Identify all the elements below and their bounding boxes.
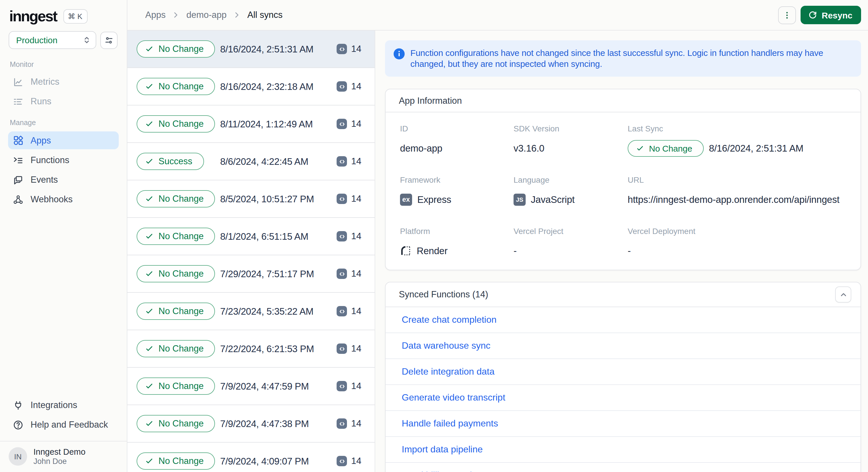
field-last-sync: Last Sync No Change 8/16/2024, 2:51:31 A…	[628, 124, 847, 157]
status-badge: No Change	[136, 228, 215, 245]
sidebar-item-integrations[interactable]: Integrations	[8, 397, 119, 414]
sidebar-item-runs[interactable]: Runs	[8, 93, 119, 110]
app-information-card: App Information ID demo-app SDK Version …	[385, 89, 861, 270]
sync-list-item[interactable]: No Change 8/5/2024, 10:51:27 PM 14	[127, 180, 375, 218]
command-k-shortcut[interactable]: ⌘ K	[63, 9, 88, 23]
sync-timestamp: 8/5/2024, 10:51:27 PM	[220, 193, 314, 204]
environment-settings-button[interactable]	[100, 31, 118, 49]
card-title: App Information	[399, 95, 462, 106]
function-count: 14	[337, 269, 361, 279]
app-information-grid: ID demo-app SDK Version v3.16.0 Last Syn…	[385, 113, 861, 270]
sidebar-item-events[interactable]: Events	[8, 171, 119, 188]
environment-select[interactable]: Production	[9, 31, 96, 49]
sync-timestamp: 8/16/2024, 2:32:18 AM	[220, 81, 314, 92]
logo-row: inngest ⌘ K	[0, 0, 127, 26]
content: No Change 8/16/2024, 2:51:31 AM 14 No Ch…	[127, 31, 868, 472]
sync-detail-pane: Function configurations have not changed…	[375, 31, 868, 472]
sync-list-item[interactable]: No Change 8/1/2024, 6:51:15 AM 14	[127, 218, 375, 255]
app-information-header: App Information	[385, 89, 861, 113]
sliders-icon	[104, 35, 114, 45]
check-icon	[145, 120, 153, 128]
check-icon	[145, 45, 153, 53]
environment-row: Production	[0, 26, 127, 49]
sync-list-item[interactable]: No Change 7/9/2024, 4:47:38 PM 14	[127, 405, 375, 443]
code-icon	[337, 456, 347, 466]
status-badge: No Change	[136, 415, 215, 432]
check-icon	[145, 270, 153, 278]
inngest-logo: inngest	[9, 9, 57, 24]
function-count: 14	[337, 381, 361, 391]
account-menu[interactable]: IN Inngest Demo John Doe	[0, 441, 127, 472]
function-link[interactable]: Handle failed payments	[402, 418, 498, 429]
function-link[interactable]: Delete integration data	[402, 367, 495, 377]
sidebar-item-label: Runs	[31, 96, 51, 106]
check-icon	[145, 83, 153, 91]
chevron-updown-icon	[83, 36, 91, 44]
function-count: 14	[337, 156, 361, 166]
sidebar-item-label: Help and Feedback	[31, 419, 108, 430]
breadcrumb-apps[interactable]: Apps	[145, 10, 166, 20]
sync-list-item[interactable]: No Change 7/9/2024, 4:09:07 PM 14	[127, 443, 375, 472]
status-badge: No Change	[136, 452, 215, 470]
code-icon	[337, 418, 347, 429]
status-badge: No Change	[136, 377, 215, 395]
sidebar-item-webhooks[interactable]: Webhooks	[8, 191, 119, 208]
check-icon	[145, 307, 153, 315]
code-icon	[337, 194, 347, 204]
function-list-item[interactable]: Data warehouse sync	[385, 333, 861, 359]
sidebar-item-apps[interactable]: Apps	[8, 131, 119, 149]
function-list-item[interactable]: Import data pipeline	[385, 437, 861, 463]
sidebar-item-functions[interactable]: Functions	[8, 152, 119, 169]
function-link[interactable]: Import data pipeline	[402, 444, 483, 455]
sync-list-item[interactable]: No Change 7/29/2024, 7:51:17 PM 14	[127, 255, 375, 293]
sidebar-item-help[interactable]: Help and Feedback	[8, 416, 119, 433]
more-options-button[interactable]	[778, 6, 796, 24]
check-icon	[145, 232, 153, 240]
sync-timestamp: 7/9/2024, 4:47:59 PM	[220, 381, 309, 391]
function-list-item[interactable]: Handle failed payments	[385, 411, 861, 437]
kebab-icon	[782, 11, 791, 19]
sidebar-item-label: Integrations	[31, 400, 77, 410]
function-count: 14	[337, 306, 361, 316]
status-badge: No Change	[136, 265, 215, 282]
sync-list-item[interactable]: No Change 8/16/2024, 2:51:31 AM 14	[127, 31, 375, 68]
sync-list-item[interactable]: No Change 7/22/2024, 6:21:53 PM 14	[127, 330, 375, 368]
sync-timestamp: 7/23/2024, 5:35:22 AM	[220, 306, 314, 317]
status-badge: No Change	[136, 190, 215, 208]
apps-icon	[13, 135, 24, 146]
function-count: 14	[337, 418, 361, 429]
function-list-item[interactable]: Generate video transcript	[385, 385, 861, 411]
sync-timestamp: 7/9/2024, 4:47:38 PM	[220, 418, 309, 429]
sidebar-item-metrics[interactable]: Metrics	[8, 73, 119, 91]
function-link[interactable]: Send billing receipt	[402, 470, 479, 472]
function-link[interactable]: Create chat completion	[402, 315, 497, 325]
sync-list-item[interactable]: No Change 7/23/2024, 5:35:22 AM 14	[127, 293, 375, 330]
function-link[interactable]: Generate video transcript	[402, 392, 505, 403]
sync-timestamp: 7/29/2024, 7:51:17 PM	[220, 268, 314, 279]
code-icon	[337, 381, 347, 391]
chevron-right-icon	[233, 11, 241, 19]
function-list-item[interactable]: Delete integration data	[385, 359, 861, 385]
sync-list-item[interactable]: No Change 7/9/2024, 4:47:59 PM 14	[127, 368, 375, 405]
breadcrumb-all-syncs: All syncs	[247, 10, 282, 20]
account-user: John Doe	[33, 457, 86, 466]
metrics-icon	[13, 76, 24, 87]
render-icon	[400, 245, 411, 256]
field-sdk-version: SDK Version v3.16.0	[514, 124, 628, 157]
sync-list-item[interactable]: No Change 8/16/2024, 2:32:18 AM 14	[127, 68, 375, 105]
sidebar-item-label: Functions	[31, 155, 69, 165]
sync-list-item[interactable]: Success 8/6/2024, 4:22:45 AM 14	[127, 143, 375, 180]
function-link[interactable]: Data warehouse sync	[402, 341, 491, 351]
sidebar-nav: Monitor Metrics Runs Manage Apps	[0, 49, 127, 210]
code-icon	[337, 306, 347, 316]
function-list-item[interactable]: Send billing receipt	[385, 463, 861, 472]
sync-list-item[interactable]: No Change 8/11/2024, 1:12:49 AM 14	[127, 105, 375, 143]
sync-timestamp: 8/11/2024, 1:12:49 AM	[220, 119, 313, 129]
sync-timestamp: 7/9/2024, 4:09:07 PM	[220, 455, 309, 467]
collapse-button[interactable]	[835, 286, 851, 303]
function-list-item[interactable]: Create chat completion	[385, 307, 861, 333]
sync-history-list: No Change 8/16/2024, 2:51:31 AM 14 No Ch…	[127, 31, 375, 472]
check-icon	[145, 382, 153, 390]
breadcrumb-demo-app[interactable]: demo-app	[186, 10, 227, 20]
resync-button[interactable]: Resync	[800, 6, 861, 24]
